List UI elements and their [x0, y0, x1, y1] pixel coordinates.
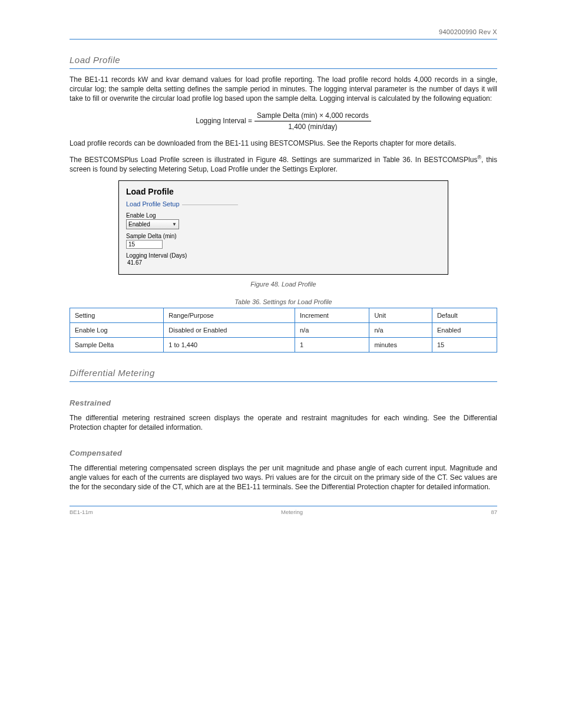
- footer-center: Metering: [281, 509, 303, 515]
- footer-rule: [70, 506, 497, 506]
- th-setting: Setting: [70, 308, 164, 322]
- eq-numerator: Sample Delta (min) × 4,000 records: [254, 111, 371, 121]
- enable-log-select[interactable]: Enabled ▼: [126, 219, 179, 229]
- table-row: Enable Log Disabled or Enabled n/a n/a E…: [70, 322, 497, 337]
- para-restrained: The differential metering restrained scr…: [70, 413, 497, 432]
- chevron-down-icon: ▼: [172, 222, 177, 227]
- section-rule-2: [70, 381, 497, 382]
- th-increment: Increment: [295, 308, 369, 322]
- subhead-compensated: Compensated: [70, 449, 497, 457]
- doc-ref: 9400200990 Rev X: [439, 28, 497, 35]
- para-3: The BESTCOMSPlus Load Profile screen is …: [70, 154, 497, 174]
- fieldset-legend: Load Profile Setup: [126, 200, 180, 209]
- footer-right: 87: [491, 509, 497, 515]
- table-caption: Table 36. Settings for Load Profile: [70, 298, 497, 305]
- footer-left: BE1-11m: [70, 509, 93, 515]
- para-1: The BE1-11 records kW and kvar demand va…: [70, 75, 497, 104]
- para-compensated: The differential metering compensated sc…: [70, 463, 497, 492]
- panel-title: Load Profile: [126, 187, 441, 196]
- th-default: Default: [432, 308, 497, 322]
- section-heading-differential: Differential Metering: [70, 368, 497, 378]
- table-row: Sample Delta 1 to 1,440 1 minutes 15: [70, 337, 497, 352]
- para-2: Load profile records can be downloaded f…: [70, 139, 497, 148]
- load-profile-fieldset: Load Profile Setup Enable Log Enabled ▼ …: [126, 200, 441, 266]
- subhead-restrained: Restrained: [70, 398, 497, 407]
- sample-delta-input[interactable]: 15: [126, 240, 163, 249]
- fieldset-rule: [182, 205, 238, 205]
- enable-log-label: Enable Log: [126, 212, 441, 219]
- logging-interval-value: 41.67: [126, 259, 441, 266]
- th-unit: Unit: [369, 308, 432, 322]
- eq-denominator: 1,400 (min/day): [288, 121, 337, 131]
- equation: Logging Interval = Sample Delta (min) × …: [70, 111, 497, 131]
- load-profile-panel: Load Profile Load Profile Setup Enable L…: [118, 180, 448, 275]
- section-heading-load-profile: Load Profile: [70, 55, 497, 65]
- section-rule: [70, 68, 497, 69]
- figure-caption: Figure 48. Load Profile: [70, 281, 497, 288]
- enable-log-value: Enabled: [128, 221, 150, 228]
- settings-table: Setting Range/Purpose Increment Unit Def…: [70, 308, 497, 353]
- table-header-row: Setting Range/Purpose Increment Unit Def…: [70, 308, 497, 322]
- header-rule: [70, 39, 497, 39]
- footer: BE1-11m Metering 87: [70, 509, 497, 515]
- th-range: Range/Purpose: [164, 308, 295, 322]
- sample-delta-label: Sample Delta (min): [126, 233, 441, 239]
- logging-interval-label: Logging Interval (Days): [126, 252, 441, 259]
- eq-left: Logging Interval =: [196, 116, 252, 126]
